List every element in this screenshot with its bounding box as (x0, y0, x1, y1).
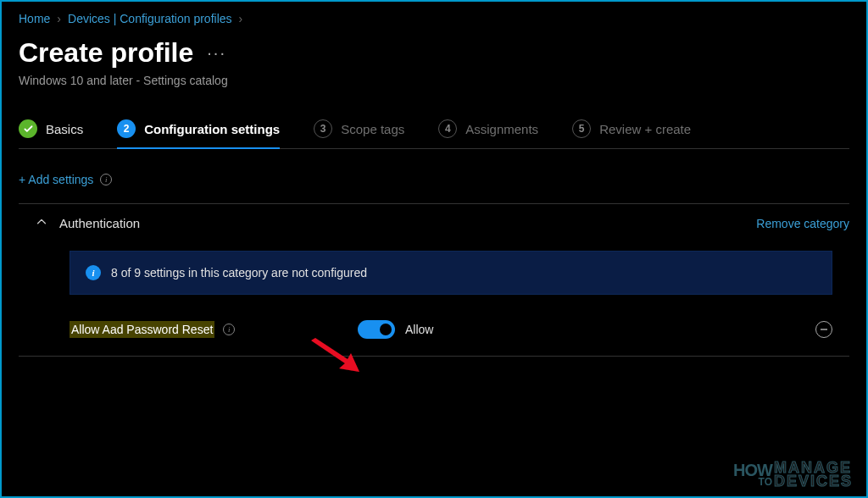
tab-scope-tags[interactable]: 3 Scope tags (314, 111, 404, 148)
info-banner-text: 8 of 9 settings in this category are not… (111, 266, 367, 279)
setting-label: Allow Aad Password Reset (70, 321, 214, 338)
watermark-text: DEVICES (774, 475, 853, 488)
tab-label: Review + create (599, 122, 691, 136)
page-title: Create profile (19, 37, 193, 69)
step-number-icon: 2 (117, 119, 136, 138)
check-icon (19, 119, 37, 138)
tab-label: Configuration settings (144, 122, 280, 136)
watermark-logo: HOW TO MANAGE DEVICES (733, 462, 853, 488)
tab-configuration-settings[interactable]: 2 Configuration settings (117, 111, 280, 148)
remove-category-button[interactable]: Remove category (756, 217, 849, 230)
tab-assignments[interactable]: 4 Assignments (438, 111, 538, 148)
chevron-right-icon: › (239, 12, 243, 25)
toggle-value-label: Allow (405, 323, 433, 336)
step-number-icon: 3 (314, 119, 332, 138)
step-number-icon: 5 (572, 119, 591, 138)
breadcrumb-devices[interactable]: Devices | Configuration profiles (68, 12, 232, 25)
tab-review-create[interactable]: 5 Review + create (572, 111, 691, 148)
chevron-up-icon (36, 216, 47, 230)
info-icon: i (86, 265, 101, 280)
info-banner: i 8 of 9 settings in this category are n… (70, 251, 832, 295)
chevron-right-icon: › (57, 12, 61, 25)
stepper-tabs: Basics 2 Configuration settings 3 Scope … (19, 111, 849, 149)
more-actions-icon[interactable]: ··· (207, 43, 226, 63)
step-number-icon: 4 (438, 119, 457, 138)
tab-label: Assignments (465, 122, 538, 136)
category-name: Authentication (59, 216, 140, 230)
info-icon[interactable]: i (100, 174, 112, 185)
divider (19, 356, 849, 357)
breadcrumb: Home › Devices | Configuration profiles … (19, 12, 849, 25)
tab-label: Scope tags (341, 122, 404, 136)
setting-row: Allow Aad Password Reset i Allow (19, 312, 849, 356)
info-icon[interactable]: i (223, 324, 235, 335)
add-settings-button[interactable]: + Add settings (19, 173, 93, 186)
page-subtitle: Windows 10 and later - Settings catalog (19, 74, 849, 87)
tab-basics[interactable]: Basics (19, 111, 83, 148)
allow-toggle[interactable] (358, 320, 395, 339)
breadcrumb-home[interactable]: Home (19, 12, 50, 25)
watermark-text: HOW (733, 463, 772, 477)
remove-setting-icon[interactable] (815, 321, 832, 338)
category-toggle[interactable]: Authentication (36, 216, 140, 230)
tab-label: Basics (46, 122, 83, 136)
